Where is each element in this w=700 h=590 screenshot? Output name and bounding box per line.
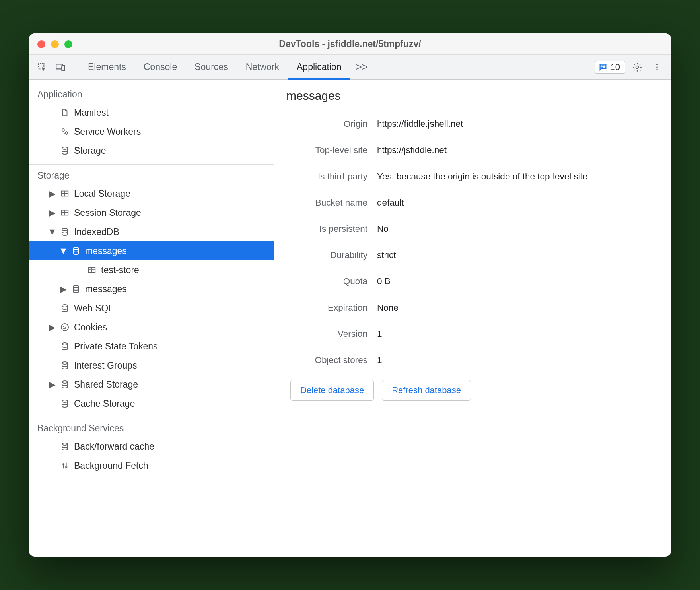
sidebar-item-private-state-tokens[interactable]: ▶ Private State Tokens [29,337,274,356]
prop-key: Is third-party [284,171,368,182]
section-application-title: Application [29,83,274,103]
svg-point-4 [656,64,658,65]
tabs-overflow-button[interactable]: >> [350,55,373,79]
prop-value: 1 [377,355,662,365]
gears-icon [60,126,70,137]
svg-point-6 [656,69,658,70]
prop-key: Expiration [284,303,368,313]
sidebar-item-shared-storage[interactable]: ▶ Shared Storage [29,375,274,394]
prop-value: https://fiddle.jshell.net [377,119,662,129]
svg-point-5 [656,66,658,68]
database-icon [71,246,81,256]
tab-network[interactable]: Network [237,55,288,79]
database-icon [60,360,70,371]
tab-application[interactable]: Application [288,55,350,79]
database-icon [60,227,70,237]
svg-point-3 [636,66,639,68]
sidebar-item-indexeddb-messages-2[interactable]: ▶ messages [29,279,274,299]
chevron-right-icon: ▶ [49,379,56,390]
prop-key: Quota [284,276,368,287]
database-icon [60,398,70,409]
svg-rect-2 [62,65,65,70]
table-icon [87,265,97,275]
svg-point-25 [62,443,68,445]
inspect-element-icon[interactable] [34,59,50,75]
tab-sources[interactable]: Sources [186,55,237,79]
issues-button[interactable]: 10 [595,61,625,74]
prop-value: strict [377,250,662,260]
device-toolbar-icon[interactable] [52,59,68,75]
sidebar-item-session-storage[interactable]: ▶ Session Storage [29,203,274,222]
sidebar-item-local-storage[interactable]: ▶ Local Storage [29,184,274,203]
chevron-right-icon: ▶ [60,284,67,295]
svg-point-19 [65,328,66,328]
sidebar-item-service-workers[interactable]: ▶ Service Workers [29,122,274,141]
prop-value: https://jsfiddle.net [377,145,662,155]
chevron-right-icon: ▶ [49,322,56,333]
prop-value: 1 [377,329,662,339]
sidebar-item-bfcache[interactable]: ▶ Back/forward cache [29,437,274,456]
settings-icon[interactable] [629,59,645,75]
sidebar-item-label: Session Storage [74,208,141,218]
database-icon [60,303,70,313]
sidebar-item-manifest[interactable]: ▶ Manifest [29,103,274,122]
title-bar: DevTools - jsfiddle.net/5tmpfuzv/ [29,33,671,55]
table-icon [60,188,70,199]
sidebar-item-label: IndexedDB [74,227,119,237]
application-sidebar: Application ▶ Manifest ▶ Service Workers [29,80,274,557]
sidebar-item-label: Cookies [74,322,107,333]
prop-key: Object stores [284,355,368,365]
close-window-button[interactable] [37,40,45,48]
prop-key: Version [284,329,368,339]
sidebar-item-object-store-test-store[interactable]: ▶ test-store [29,260,274,279]
detail-properties: Origin https://fiddle.jshell.net Top-lev… [274,111,671,372]
prop-key: Durability [284,250,368,260]
panel-tabs: Elements Console Sources Network Applica… [79,55,350,79]
sidebar-item-storage[interactable]: ▶ Storage [29,141,274,160]
sidebar-item-background-fetch[interactable]: ▶ Background Fetch [29,456,274,475]
svg-point-18 [63,326,64,327]
svg-point-8 [65,132,68,134]
sidebar-item-label: Storage [74,146,106,156]
sidebar-item-indexeddb-messages[interactable]: ▼ messages [29,241,274,260]
chevron-down-icon: ▼ [49,227,56,237]
sidebar-item-label: Shared Storage [74,379,138,390]
sidebar-item-interest-groups[interactable]: ▶ Interest Groups [29,356,274,375]
svg-point-21 [62,343,68,345]
minimize-window-button[interactable] [51,40,59,48]
sidebar-item-label: messages [85,284,127,295]
svg-point-15 [73,285,79,288]
database-icon [71,284,81,294]
maximize-window-button[interactable] [64,40,72,48]
section-storage-title: Storage [29,165,274,184]
up-down-arrows-icon [60,460,70,471]
database-icon [60,379,70,390]
chevron-down-icon: ▼ [60,246,67,256]
prop-value: default [377,198,662,208]
sidebar-item-label: Interest Groups [74,360,137,371]
issues-icon [599,63,607,72]
panel-tab-strip: Elements Console Sources Network Applica… [29,55,671,80]
tab-console[interactable]: Console [135,55,186,79]
prop-value: Yes, because the origin is outside of th… [377,171,662,182]
svg-point-17 [61,324,68,331]
sidebar-item-indexeddb[interactable]: ▼ IndexedDB [29,222,274,241]
database-icon [60,341,70,351]
svg-point-22 [62,362,68,364]
refresh-database-button[interactable]: Refresh database [382,380,471,401]
file-icon [60,107,70,118]
sidebar-item-cookies[interactable]: ▶ Cookies [29,318,274,337]
sidebar-item-web-sql[interactable]: ▶ Web SQL [29,299,274,318]
tab-elements[interactable]: Elements [79,55,135,79]
sidebar-item-label: Background Fetch [74,460,148,471]
prop-value: None [377,303,662,313]
prop-key: Is persistent [284,224,368,234]
kebab-menu-icon[interactable] [649,59,665,75]
svg-point-16 [62,305,68,307]
issues-count: 10 [611,62,620,72]
svg-point-23 [62,381,68,383]
chevron-right-icon: ▶ [49,188,56,199]
sidebar-item-cache-storage[interactable]: ▶ Cache Storage [29,394,274,413]
delete-database-button[interactable]: Delete database [290,380,374,401]
sidebar-item-label: Local Storage [74,188,130,199]
